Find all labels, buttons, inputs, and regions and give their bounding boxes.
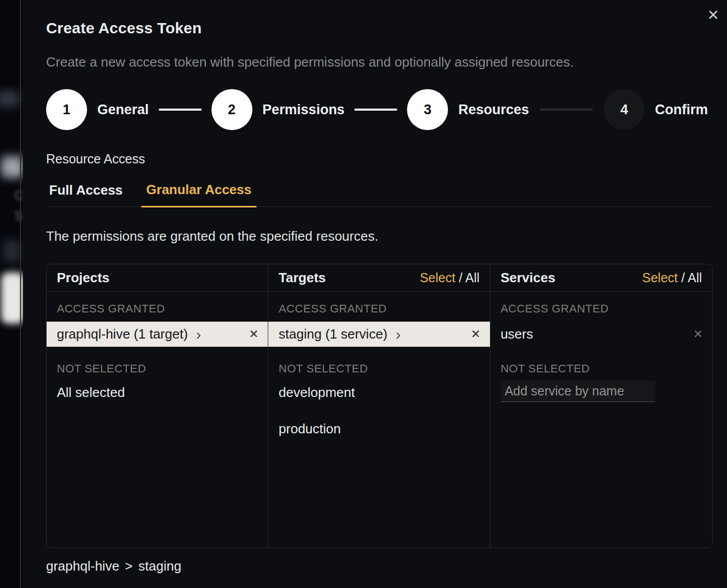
- wizard-stepper: 1 General 2 Permissions 3 Resources 4 Co…: [46, 89, 708, 130]
- step-label: Confirm: [655, 102, 708, 118]
- step-label: Permissions: [263, 102, 345, 118]
- access-granted-label: ACCESS GRANTED: [279, 302, 479, 316]
- remove-service-icon[interactable]: ✕: [693, 327, 703, 341]
- screen: c C S ✕ Create Access Token Create a new…: [0, 0, 727, 588]
- targets-header-actions: Select / All: [420, 270, 480, 285]
- projects-column-header: Projects: [47, 264, 268, 292]
- tab-granular-access[interactable]: Granular Access: [141, 182, 257, 207]
- step-number-circle: 2: [211, 89, 252, 130]
- granular-access-description: The permissions are granted on the speci…: [46, 228, 378, 244]
- projects-all-selected-note: All selected: [47, 380, 268, 406]
- dialog-subtitle: Create a new access token with specified…: [46, 54, 573, 70]
- step-number-circle: 3: [407, 89, 448, 130]
- modal-edge-divider: [20, 0, 21, 588]
- step-number-circle: 4: [604, 89, 645, 130]
- background-blob: [0, 91, 19, 107]
- background-text-fragment: S: [14, 208, 23, 224]
- add-service-input[interactable]: [501, 381, 655, 402]
- access-granted-label: ACCESS GRANTED: [501, 302, 702, 316]
- step-label: General: [97, 102, 149, 118]
- step-number-circle: 1: [46, 89, 87, 130]
- background-text-fragment: c: [13, 162, 20, 178]
- breadcrumb-project: graphql-hive: [46, 558, 119, 574]
- background-text-fragment: C: [14, 187, 23, 203]
- target-option-production[interactable]: production: [268, 416, 489, 443]
- targets-column-body: ACCESS GRANTED staging (1 service) › ✕ N…: [268, 292, 490, 548]
- services-column-header: Services Select / All: [490, 264, 712, 292]
- remove-target-icon[interactable]: ✕: [471, 327, 480, 341]
- step-general[interactable]: 1 General: [46, 89, 149, 130]
- tab-full-access[interactable]: Full Access: [46, 182, 128, 206]
- services-all-link[interactable]: All: [688, 270, 702, 285]
- granted-service-row[interactable]: users ✕: [490, 322, 712, 347]
- projects-column-body: ACCESS GRANTED graphql-hive (1 target) ›…: [47, 292, 268, 548]
- chevron-right-icon: ›: [396, 328, 401, 341]
- background-blob: [3, 240, 20, 262]
- granted-project-row[interactable]: graphql-hive (1 target) › ✕: [47, 322, 268, 347]
- column-title: Projects: [57, 270, 110, 286]
- targets-all-link[interactable]: All: [465, 270, 480, 285]
- select-all-separator: /: [455, 270, 465, 285]
- step-connector: [159, 109, 202, 111]
- services-column-body: ACCESS GRANTED users ✕ NOT SELECTED: [490, 292, 712, 548]
- select-all-separator: /: [678, 270, 688, 285]
- target-option-development[interactable]: development: [268, 380, 489, 406]
- remove-project-icon[interactable]: ✕: [249, 327, 259, 341]
- access-mode-tabs: Full Access Granular Access: [46, 181, 713, 207]
- targets-column-header: Targets Select / All: [268, 264, 490, 292]
- step-confirm[interactable]: 4 Confirm: [604, 89, 708, 130]
- step-label: Resources: [458, 102, 529, 118]
- services-select-link[interactable]: Select: [642, 270, 677, 285]
- access-granted-label: ACCESS GRANTED: [57, 302, 258, 316]
- breadcrumb-target: staging: [138, 558, 181, 574]
- column-title: Targets: [279, 270, 326, 286]
- granted-service-name: users: [501, 326, 533, 342]
- step-resources[interactable]: 3 Resources: [407, 89, 529, 130]
- services-header-actions: Select / All: [642, 270, 702, 285]
- not-selected-label: NOT SELECTED: [501, 362, 702, 375]
- close-icon[interactable]: ✕: [704, 6, 722, 25]
- targets-select-link[interactable]: Select: [420, 270, 455, 285]
- breadcrumb-separator: >: [125, 558, 133, 574]
- step-connector-inactive: [540, 109, 593, 111]
- granted-target-row[interactable]: staging (1 service) › ✕: [268, 322, 489, 347]
- resource-selection-table: Projects Targets Select / All Services S…: [46, 264, 713, 548]
- granted-target-name: staging (1 service): [279, 326, 387, 342]
- create-access-token-dialog: ✕ Create Access Token Create a new acces…: [23, 0, 727, 588]
- resource-access-heading: Resource Access: [46, 152, 145, 166]
- dialog-title: Create Access Token: [46, 19, 202, 37]
- not-selected-label: NOT SELECTED: [279, 362, 479, 375]
- step-connector: [354, 109, 397, 111]
- not-selected-label: NOT SELECTED: [57, 362, 258, 375]
- chevron-right-icon: ›: [196, 328, 201, 341]
- column-title: Services: [501, 270, 555, 286]
- breadcrumb: graphql-hive > staging: [46, 558, 181, 574]
- step-permissions[interactable]: 2 Permissions: [211, 89, 345, 130]
- granted-project-name: graphql-hive (1 target): [57, 326, 188, 342]
